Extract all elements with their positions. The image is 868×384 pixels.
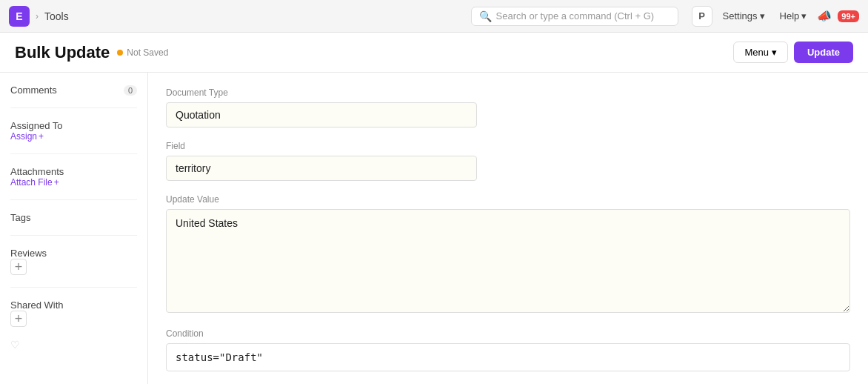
menu-chevron-icon: ▾ xyxy=(772,47,777,58)
search-bar[interactable]: 🔍 Search or type a command (Ctrl + G) xyxy=(471,7,678,26)
assign-button[interactable]: Assign + xyxy=(10,131,137,142)
shared-with-add-button[interactable]: + xyxy=(10,311,137,327)
page-header: Bulk Update Not Saved Menu ▾ Update xyxy=(0,33,868,73)
field-label: Field xyxy=(166,141,850,151)
update-value-label: Update Value xyxy=(166,194,850,205)
search-placeholder: Search or type a command (Ctrl + G) xyxy=(496,10,655,21)
document-type-group: Document Type xyxy=(166,87,850,128)
condition-label: Condition xyxy=(166,328,850,339)
assign-plus-icon: + xyxy=(39,131,44,142)
shared-with-label: Shared With xyxy=(10,299,137,311)
update-value-textarea[interactable] xyxy=(166,209,850,313)
tools-label: Tools xyxy=(44,10,69,22)
search-icon: 🔍 xyxy=(479,10,492,22)
breadcrumb-chevron: › xyxy=(36,11,39,21)
document-type-input[interactable] xyxy=(166,102,477,128)
status-badge: Not Saved xyxy=(117,47,168,58)
settings-button[interactable]: Settings ▾ xyxy=(718,7,769,24)
status-text: Not Saved xyxy=(127,47,168,58)
sidebar-divider-2 xyxy=(10,153,137,154)
field-input[interactable] xyxy=(166,156,477,181)
sidebar-divider-1 xyxy=(10,107,137,108)
sidebar: Comments 0 Assigned To Assign + Attachme… xyxy=(0,73,148,384)
top-navigation: E › Tools 🔍 Search or type a command (Ct… xyxy=(0,0,868,33)
condition-group: Condition xyxy=(166,328,850,371)
attach-file-button[interactable]: Attach File + xyxy=(10,177,137,188)
page-title: Bulk Update xyxy=(15,43,110,62)
heart-icon[interactable]: ♡ xyxy=(10,339,20,351)
reviews-label: Reviews xyxy=(10,248,137,259)
reviews-section: Reviews + xyxy=(10,248,137,275)
help-button[interactable]: Help ▾ xyxy=(775,7,812,24)
app-icon[interactable]: E xyxy=(9,6,30,27)
reviews-plus-icon: + xyxy=(10,259,27,275)
status-dot xyxy=(117,50,123,56)
document-type-label: Document Type xyxy=(166,87,850,98)
update-button[interactable]: Update xyxy=(794,42,853,63)
heart-section: ♡ xyxy=(10,339,137,351)
comments-count: 0 xyxy=(124,85,137,96)
comments-section: Comments 0 xyxy=(10,85,137,96)
tags-section: Tags xyxy=(10,212,137,223)
settings-chevron-icon: ▾ xyxy=(760,10,765,21)
shared-with-section: Shared With + xyxy=(10,299,137,327)
field-group: Field xyxy=(166,141,850,181)
assigned-to-section: Assigned To Assign + xyxy=(10,120,137,142)
sidebar-divider-5 xyxy=(10,287,137,288)
notification-icon[interactable]: 📣 xyxy=(817,9,832,23)
reviews-add-button[interactable]: + xyxy=(10,259,137,275)
attachments-section: Attachments Attach File + xyxy=(10,166,137,188)
sidebar-divider-3 xyxy=(10,199,137,200)
shared-with-plus-icon: + xyxy=(10,311,27,327)
header-actions: Menu ▾ Update xyxy=(733,42,853,63)
nav-right: P Settings ▾ Help ▾ 📣 99+ xyxy=(692,6,859,27)
user-avatar[interactable]: P xyxy=(692,6,712,27)
notification-badge[interactable]: 99+ xyxy=(838,10,859,22)
assigned-to-label: Assigned To xyxy=(10,120,137,131)
content-area: Document Type Field Update Value Conditi… xyxy=(148,73,868,384)
help-chevron-icon: ▾ xyxy=(801,10,807,21)
attachments-label: Attachments xyxy=(10,166,137,177)
comments-label: Comments xyxy=(10,85,57,96)
tags-label: Tags xyxy=(10,212,137,223)
main-layout: Comments 0 Assigned To Assign + Attachme… xyxy=(0,73,868,384)
update-value-group: Update Value xyxy=(166,194,850,315)
attach-plus-icon: + xyxy=(54,177,59,188)
condition-input[interactable] xyxy=(166,343,850,371)
menu-button[interactable]: Menu ▾ xyxy=(733,42,788,63)
sidebar-divider-4 xyxy=(10,235,137,236)
